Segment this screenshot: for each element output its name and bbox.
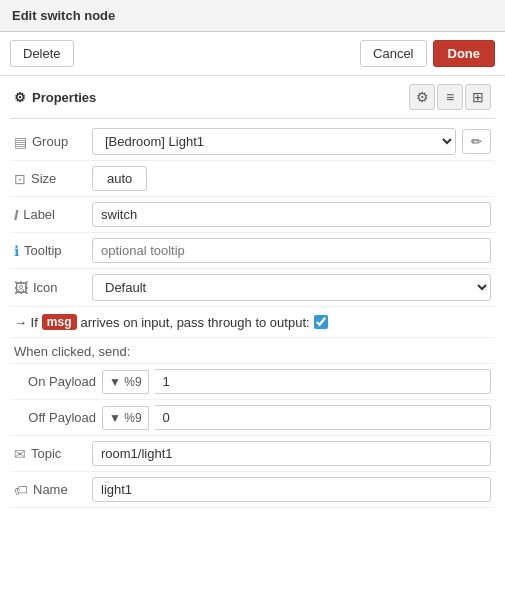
tooltip-label: ℹ Tooltip (14, 243, 84, 259)
settings-icon: ⚙ (416, 89, 429, 105)
msg-text: arrives on input, pass through to output… (81, 315, 310, 330)
grid-icon-btn[interactable]: ⊞ (465, 84, 491, 110)
image-icon: 🖼 (14, 280, 28, 296)
delete-button[interactable]: Delete (10, 40, 74, 67)
label-field (92, 202, 491, 227)
size-icon: ⊡ (14, 171, 26, 187)
tooltip-field (92, 238, 491, 263)
group-field: [Bedroom] Light1 ✏ (92, 128, 491, 155)
settings-icon-btn[interactable]: ⚙ (409, 84, 435, 110)
pass-through-checkbox[interactable] (314, 315, 328, 329)
label-row: I Label (10, 197, 495, 233)
off-payload-row: Off Payload ▼ %9 (10, 400, 495, 436)
name-field (92, 477, 491, 502)
label-input[interactable] (92, 202, 491, 227)
off-payload-label: Off Payload (14, 410, 96, 425)
title-text: Edit switch node (12, 8, 115, 23)
tag-icon: 🏷 (14, 482, 28, 498)
tooltip-row: ℹ Tooltip (10, 233, 495, 269)
doc-icon: ≡ (446, 89, 454, 105)
on-payload-label: On Payload (14, 374, 96, 389)
group-select[interactable]: [Bedroom] Light1 (92, 128, 456, 155)
msg-row: → If msg arrives on input, pass through … (10, 307, 495, 338)
on-payload-input[interactable] (155, 369, 491, 394)
icon-row: 🖼 Icon Default (10, 269, 495, 307)
topic-field (92, 441, 491, 466)
title-bar: Edit switch node (0, 0, 505, 32)
doc-icon-btn[interactable]: ≡ (437, 84, 463, 110)
group-edit-button[interactable]: ✏ (462, 129, 491, 154)
properties-panel: ⚙ Properties ⚙ ≡ ⊞ ▤ Group [Bedroom] Lig… (0, 76, 505, 518)
arrow-icon: → If (14, 315, 38, 330)
toolbar: Delete Cancel Done (0, 32, 505, 76)
group-row: ▤ Group [Bedroom] Light1 ✏ (10, 123, 495, 161)
gear-icon: ⚙ (14, 90, 26, 105)
size-label: ⊡ Size (14, 171, 84, 187)
send-section: When clicked, send: (10, 338, 495, 364)
tooltip-input[interactable] (92, 238, 491, 263)
cancel-button[interactable]: Cancel (360, 40, 426, 67)
size-row: ⊡ Size auto (10, 161, 495, 197)
info-icon: ℹ (14, 243, 19, 259)
group-label: ▤ Group (14, 134, 84, 150)
icon-select[interactable]: Default (92, 274, 491, 301)
size-button[interactable]: auto (92, 166, 147, 191)
group-icon: ▤ (14, 134, 27, 150)
name-label-el: 🏷 Name (14, 482, 84, 498)
topic-label-el: ✉ Topic (14, 446, 84, 462)
label-icon: I (14, 206, 18, 223)
name-row: 🏷 Name (10, 472, 495, 508)
on-payload-type-button[interactable]: ▼ %9 (102, 370, 149, 394)
topic-row: ✉ Topic (10, 436, 495, 472)
done-button[interactable]: Done (433, 40, 496, 67)
msg-badge: msg (42, 314, 77, 330)
name-input[interactable] (92, 477, 491, 502)
label-label: I Label (14, 206, 84, 223)
off-payload-type-button[interactable]: ▼ %9 (102, 406, 149, 430)
off-payload-input[interactable] (155, 405, 491, 430)
icon-field: Default (92, 274, 491, 301)
panel-title: Properties (32, 90, 96, 105)
toolbar-right: Cancel Done (360, 40, 495, 67)
on-payload-row: On Payload ▼ %9 (10, 364, 495, 400)
grid-icon: ⊞ (472, 89, 484, 105)
topic-input[interactable] (92, 441, 491, 466)
topic-icon: ✉ (14, 446, 26, 462)
icon-label: 🖼 Icon (14, 280, 84, 296)
panel-header-left: ⚙ Properties (14, 90, 96, 105)
panel-header-icons: ⚙ ≡ ⊞ (409, 84, 491, 110)
size-field: auto (92, 166, 491, 191)
send-label: When clicked, send: (14, 344, 130, 359)
panel-header: ⚙ Properties ⚙ ≡ ⊞ (10, 76, 495, 119)
